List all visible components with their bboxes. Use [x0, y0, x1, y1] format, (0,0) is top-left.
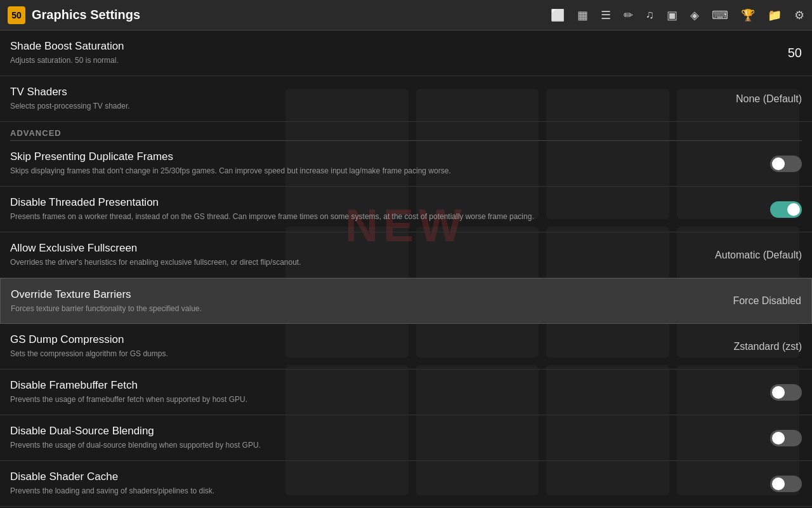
setting-right — [770, 201, 802, 218]
setting-left: Disable Shader Cache Prevents the loadin… — [10, 471, 770, 497]
setting-name-threaded-presentation: Disable Threaded Presentation — [10, 196, 757, 209]
gear-icon[interactable]: ⚙ — [794, 8, 804, 22]
edit-icon[interactable]: ✏ — [624, 8, 633, 22]
setting-right — [770, 476, 802, 492]
setting-desc-shade-boost: Adjusts saturation. 50 is normal. — [10, 55, 775, 66]
shade-boost-value: 50 — [788, 46, 802, 60]
setting-right: Force Disabled — [733, 295, 801, 307]
setting-disable-dual-source-blending[interactable]: Disable Dual-Source Blending Prevents th… — [0, 415, 812, 461]
setting-right — [770, 384, 802, 401]
toggle-threaded-presentation[interactable] — [770, 201, 802, 218]
display-icon[interactable]: ⬜ — [551, 8, 565, 22]
setting-name-exclusive-fullscreen: Allow Exclusive Fullscreen — [10, 242, 702, 255]
setting-right: Automatic (Default) — [715, 250, 802, 261]
setting-left: Skip Presenting Duplicate Frames Skips d… — [10, 150, 770, 177]
setting-name-dual-source-blending: Disable Dual-Source Blending — [10, 425, 757, 438]
toggle-shader-cache[interactable] — [770, 476, 802, 492]
setting-disable-shader-cache[interactable]: Disable Shader Cache Prevents the loadin… — [0, 461, 812, 507]
setting-name-shader-cache: Disable Shader Cache — [10, 471, 757, 483]
setting-left: Disable Threaded Presentation Presents f… — [10, 196, 770, 222]
list-icon[interactable]: ☰ — [601, 8, 611, 22]
memory-icon[interactable]: ▣ — [667, 8, 678, 22]
setting-name-shade-boost: Shade Boost Saturation — [10, 40, 775, 53]
setting-name-gs-dump: GS Dump Compression — [10, 333, 721, 346]
setting-left: Disable Framebuffer Fetch Prevents the u… — [10, 379, 770, 405]
gs-dump-value: Zstandard (zst) — [733, 341, 802, 352]
header-badge: 50 — [8, 6, 25, 24]
setting-right — [770, 430, 802, 446]
setting-right: 50 — [788, 46, 802, 60]
setting-left: TV Shaders Selects post-processing TV sh… — [10, 86, 736, 112]
setting-tv-shaders[interactable]: TV Shaders Selects post-processing TV sh… — [0, 76, 812, 122]
setting-left: Allow Exclusive Fullscreen Overrides the… — [10, 242, 715, 268]
setting-desc-threaded-presentation: Presents frames on a worker thread, inst… — [10, 211, 757, 222]
setting-override-texture-barriers[interactable]: Override Texture Barriers Forces texture… — [0, 278, 812, 324]
setting-right: None (Default) — [736, 93, 802, 105]
setting-name-skip-frames: Skip Presenting Duplicate Frames — [10, 150, 757, 163]
header: 50 Graphics Settings ⬜ ▦ ☰ ✏ ♫ ▣ ◈ ⌨ 🏆 📁… — [0, 0, 812, 30]
setting-left: Shade Boost Saturation Adjusts saturatio… — [10, 40, 788, 66]
setting-desc-tv-shaders: Selects post-processing TV shader. — [10, 101, 723, 112]
tv-shaders-value: None (Default) — [736, 93, 802, 105]
setting-gs-dump-compression[interactable]: GS Dump Compression Sets the compression… — [0, 324, 812, 370]
section-header-advanced: Advanced — [0, 122, 812, 140]
setting-desc-dual-source-blending: Prevents the usage of dual-source blendi… — [10, 440, 757, 451]
film-icon[interactable]: ▦ — [577, 8, 588, 22]
setting-name-texture-barriers: Override Texture Barriers — [11, 288, 720, 301]
header-icons: ⬜ ▦ ☰ ✏ ♫ ▣ ◈ ⌨ 🏆 📁 ⚙ — [551, 8, 805, 22]
setting-allow-exclusive-fullscreen[interactable]: Allow Exclusive Fullscreen Overrides the… — [0, 232, 812, 278]
setting-disable-framebuffer-fetch[interactable]: Disable Framebuffer Fetch Prevents the u… — [0, 370, 812, 415]
settings-panel: Shade Boost Saturation Adjusts saturatio… — [0, 30, 812, 508]
headphones-icon[interactable]: ♫ — [646, 8, 655, 22]
setting-name-tv-shaders: TV Shaders — [10, 86, 723, 98]
setting-desc-shader-cache: Prevents the loading and saving of shade… — [10, 486, 757, 497]
setting-desc-texture-barriers: Forces texture barrier functionality to … — [11, 304, 720, 314]
setting-desc-gs-dump: Sets the compression algorithm for GS du… — [10, 349, 721, 359]
setting-left: Disable Dual-Source Blending Prevents th… — [10, 425, 770, 451]
setting-left: Override Texture Barriers Forces texture… — [11, 288, 733, 314]
toggle-dual-source-blending[interactable] — [770, 430, 802, 446]
exclusive-fullscreen-value: Automatic (Default) — [715, 250, 802, 261]
setting-disable-threaded-presentation[interactable]: Disable Threaded Presentation Presents f… — [0, 187, 812, 232]
setting-left: GS Dump Compression Sets the compression… — [10, 333, 733, 359]
setting-desc-skip-frames: Skips displaying frames that don't chang… — [10, 166, 757, 177]
setting-right — [770, 156, 802, 172]
setting-shade-boost-saturation[interactable]: Shade Boost Saturation Adjusts saturatio… — [0, 30, 812, 76]
folder-icon[interactable]: 📁 — [768, 8, 782, 22]
setting-skip-duplicate-frames[interactable]: Skip Presenting Duplicate Frames Skips d… — [0, 141, 812, 187]
page-title: Graphics Settings — [32, 8, 551, 22]
toggle-framebuffer-fetch[interactable] — [770, 384, 802, 401]
toggle-skip-frames[interactable] — [770, 156, 802, 172]
setting-right: Zstandard (zst) — [733, 341, 802, 352]
trophy-icon[interactable]: 🏆 — [741, 8, 755, 22]
setting-desc-exclusive-fullscreen: Overrides the driver's heuristics for en… — [10, 257, 702, 268]
texture-barriers-value: Force Disabled — [733, 295, 801, 307]
keyboard-icon[interactable]: ⌨ — [712, 8, 728, 22]
setting-desc-framebuffer-fetch: Prevents the usage of framebuffer fetch … — [10, 394, 757, 405]
section-label-advanced: Advanced — [10, 128, 62, 138]
setting-name-framebuffer-fetch: Disable Framebuffer Fetch — [10, 379, 757, 392]
controller-icon[interactable]: ◈ — [690, 8, 699, 22]
